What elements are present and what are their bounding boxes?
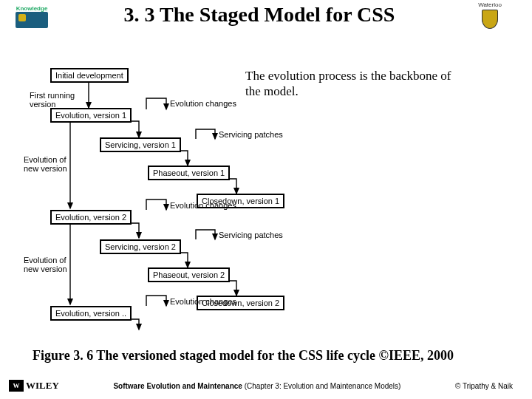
- copyright: © Tripathy & Naik: [455, 382, 513, 390]
- label-first-running: First running version: [30, 91, 75, 109]
- footer: W WILEY Software Evolution and Maintenan…: [0, 380, 532, 392]
- footer-center: Software Evolution and Maintenance (Chap…: [59, 382, 455, 390]
- label-evo-changes-2: Evolution changes: [170, 201, 236, 210]
- label-evo-new-1: Evolution of new version: [24, 155, 67, 173]
- wiley-text: WILEY: [26, 380, 59, 392]
- waterloo-logo: Waterloo: [461, 1, 519, 38]
- label-serv-patches-1: Servicing patches: [219, 130, 283, 139]
- label-serv-patches-2: Servicing patches: [219, 231, 283, 239]
- wiley-logo: W WILEY: [9, 380, 59, 392]
- slide-title: 3. 3 The Staged Model for CSS: [58, 1, 461, 27]
- label-evo-new-2: Evolution of new version: [24, 256, 67, 273]
- box-ph1: Phaseout, version 1: [148, 166, 230, 180]
- box-sv1: Servicing, version 1: [100, 137, 181, 152]
- chapter-text: (Chapter 3: Evolution and Maintenance Mo…: [242, 382, 401, 390]
- label-evo-changes-1: Evolution changes: [170, 99, 236, 108]
- logo-left-text: Knowledge: [16, 5, 48, 12]
- logo-right-text: Waterloo: [478, 1, 502, 8]
- knowledge-logo: Knowledge: [6, 1, 58, 31]
- box-ev1: Evolution, version 1: [50, 108, 132, 123]
- box-sv2: Servicing, version 2: [100, 239, 181, 254]
- box-ev2: Evolution, version 2: [50, 210, 132, 225]
- label-evo-changes-3: Evolution changes: [170, 297, 236, 306]
- staged-model-diagram: Initial development First running versio…: [30, 66, 325, 332]
- box-initial: Initial development: [50, 68, 129, 83]
- book-title: Software Evolution and Maintenance: [113, 382, 242, 390]
- box-ph2: Phaseout, version 2: [148, 267, 230, 282]
- box-evn: Evolution, version ..: [50, 306, 132, 321]
- figure-caption: Figure 3. 6 The versioned staged model f…: [33, 348, 454, 364]
